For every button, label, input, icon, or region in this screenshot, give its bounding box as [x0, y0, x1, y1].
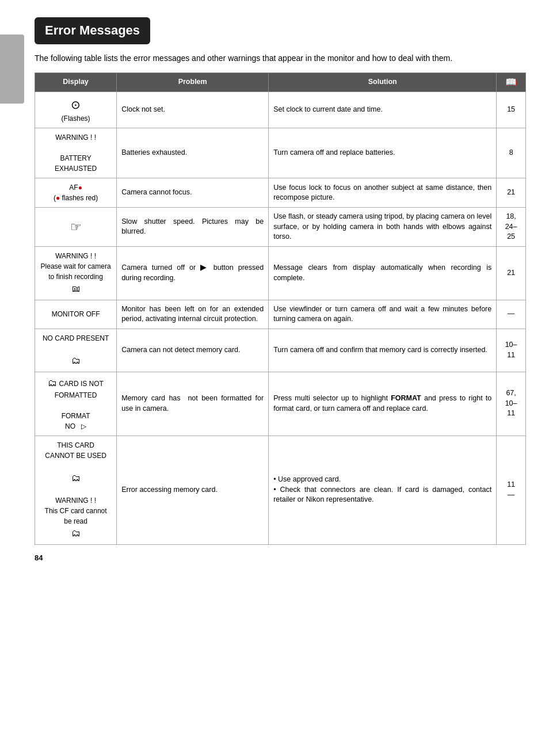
- error-messages-table: Display Problem Solution 📖 ⊙(Flashes)Clo…: [35, 72, 526, 545]
- problem-cell: Clock not set.: [117, 92, 269, 128]
- display-cell: THIS CARDCANNOT BE USED🗂WARNING ! !This …: [35, 436, 117, 544]
- side-tab: [0, 35, 24, 104]
- page-cell: 21: [497, 246, 526, 300]
- display-cell: NO CARD PRESENT🗂: [35, 329, 117, 372]
- problem-cell: Slow shutter speed. Pictures may be blur…: [117, 208, 269, 247]
- problem-cell: Error accessing memory card.: [117, 436, 269, 544]
- display-cell: AF●(● flashes red): [35, 178, 117, 208]
- table-row: WARNING ! !Please wait for camerato fini…: [35, 246, 526, 300]
- col-header-problem: Problem: [117, 72, 269, 91]
- solution-cell: Turn camera off and confirm that memory …: [269, 329, 497, 372]
- intro-text: The following table lists the error mess…: [35, 52, 526, 64]
- page-cell: 10–11: [497, 329, 526, 372]
- display-cell: ⊙(Flashes): [35, 92, 117, 128]
- display-cell: ☞: [35, 208, 117, 247]
- page-number: 84: [35, 553, 526, 563]
- solution-cell: Use viewfinder or turn camera off and wa…: [269, 300, 497, 329]
- table-row: THIS CARDCANNOT BE USED🗂WARNING ! !This …: [35, 436, 526, 544]
- solution-cell: Turn camera off and replace batteries.: [269, 128, 497, 178]
- solution-cell: Use focus lock to focus on another subje…: [269, 178, 497, 208]
- problem-cell: Camera cannot focus.: [117, 178, 269, 208]
- problem-cell: Camera can not detect memory card.: [117, 329, 269, 372]
- table-row: AF●(● flashes red)Camera cannot focus.Us…: [35, 178, 526, 208]
- page-cell: 67, 10–11: [497, 372, 526, 436]
- display-cell: MONITOR OFF: [35, 300, 117, 329]
- problem-cell: Camera turned off or ▶ button pressed du…: [117, 246, 269, 300]
- page-cell: 21: [497, 178, 526, 208]
- display-cell: WARNING ! !BATTERYEXHAUSTED: [35, 128, 117, 178]
- solution-cell: Message clears from display automaticall…: [269, 246, 497, 300]
- page-cell: —: [497, 300, 526, 329]
- solution-cell: Press multi selector up to highlight FOR…: [269, 372, 497, 436]
- col-header-page: 📖: [497, 72, 526, 91]
- table-row: ⊙(Flashes)Clock not set.Set clock to cur…: [35, 92, 526, 128]
- table-row: 🗂 CARD IS NOTFORMATTEDFORMATNO ▷Memory c…: [35, 372, 526, 436]
- table-row: NO CARD PRESENT🗂Camera can not detect me…: [35, 329, 526, 372]
- solution-cell: Set clock to current date and time.: [269, 92, 497, 128]
- col-header-solution: Solution: [269, 72, 497, 91]
- col-header-display: Display: [35, 72, 117, 91]
- problem-cell: Memory card has not been formatted for u…: [117, 372, 269, 436]
- problem-cell: Batteries exhausted.: [117, 128, 269, 178]
- page-cell: 8: [497, 128, 526, 178]
- table-row: ☞Slow shutter speed. Pictures may be blu…: [35, 208, 526, 247]
- solution-cell: Use flash, or steady camera using tripod…: [269, 208, 497, 247]
- page-cell: 15: [497, 92, 526, 128]
- solution-cell: • Use approved card.• Check that connect…: [269, 436, 497, 544]
- display-cell: WARNING ! !Please wait for camerato fini…: [35, 246, 117, 300]
- problem-cell: Monitor has been left on for an extended…: [117, 300, 269, 329]
- page-cell: 18, 24–25: [497, 208, 526, 247]
- table-row: MONITOR OFFMonitor has been left on for …: [35, 300, 526, 329]
- table-row: WARNING ! !BATTERYEXHAUSTEDBatteries exh…: [35, 128, 526, 178]
- page-cell: 11 —: [497, 436, 526, 544]
- page-title: Error Messages: [35, 17, 150, 44]
- display-cell: 🗂 CARD IS NOTFORMATTEDFORMATNO ▷: [35, 372, 117, 436]
